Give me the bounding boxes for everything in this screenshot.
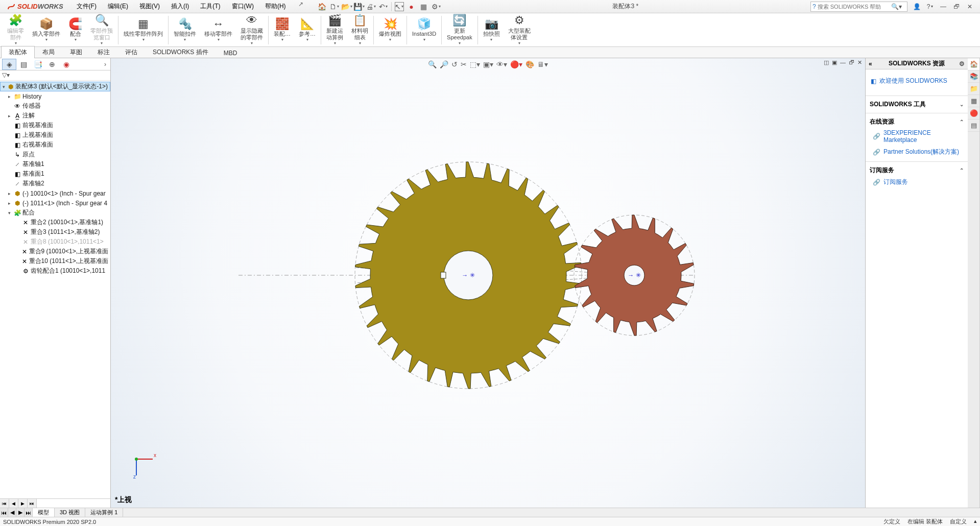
- ribbon-btn[interactable]: 🧊Instant3D▾: [408, 14, 440, 46]
- display-style-icon[interactable]: ▣▾: [483, 60, 493, 68]
- view-palette-tab-icon[interactable]: ▦: [968, 95, 979, 107]
- ribbon-btn[interactable]: 📦插入零部件▾: [28, 14, 64, 46]
- ribbon-btn[interactable]: ▦线性零部件阵列▾: [119, 14, 167, 46]
- model-tab[interactable]: 3D 视图: [55, 508, 85, 517]
- tree-node[interactable]: ◧右视基准面: [0, 140, 110, 150]
- menu-edit[interactable]: 编辑(E): [105, 1, 131, 12]
- new-icon[interactable]: 🗋: [330, 2, 339, 11]
- tab-nav-last-icon[interactable]: ⏭: [25, 508, 33, 517]
- graphics-viewport[interactable]: 🔍 🔎 ↺ ✂ ⬚▾ ▣▾ 👁▾ 🔴▾ 🎨 🖥▾ ◫ ▣ — 🗗 ✕: [111, 58, 865, 508]
- section-view-icon[interactable]: ✂: [461, 60, 467, 68]
- appearances-tab-icon[interactable]: 🔴: [968, 107, 979, 119]
- tree-node[interactable]: ✕重合2 (10010<1>,基准轴1): [0, 218, 110, 227]
- tree-node[interactable]: ▸⬢(-) 1011<1> (Inch - Spur gear 4: [0, 198, 110, 208]
- close-icon[interactable]: ✕: [966, 3, 974, 11]
- menu-insert[interactable]: 插入(I): [168, 1, 192, 12]
- tree-node[interactable]: ◧前视基准面: [0, 121, 110, 130]
- tree-node[interactable]: ▾🧩配合: [0, 208, 110, 218]
- tree-node[interactable]: ◧基准面1: [0, 169, 110, 179]
- help-icon[interactable]: ?: [926, 3, 934, 11]
- menu-tools[interactable]: 工具(T): [197, 1, 223, 12]
- ribbon-btn[interactable]: 🎬新建运动算例▾: [322, 14, 347, 46]
- menu-help[interactable]: 帮助(H): [262, 1, 289, 12]
- tree-root[interactable]: ▾⬢ 装配体3 (默认<默认_显示状态-1>): [0, 82, 110, 91]
- menu-pin-icon[interactable]: ↗: [294, 1, 307, 12]
- tree-nav-first-icon[interactable]: ⏮: [0, 499, 9, 508]
- ribbon-btn[interactable]: 🔩智能扣件▾: [170, 14, 200, 46]
- tree-expand-icon[interactable]: ›: [102, 61, 108, 68]
- render-icon[interactable]: 🖥▾: [537, 60, 548, 68]
- ribbon-btn[interactable]: 🧱装配…▾: [270, 14, 295, 46]
- open-icon[interactable]: 📂: [342, 2, 351, 11]
- rebuild-icon[interactable]: ●: [407, 2, 416, 11]
- scene-icon[interactable]: 🎨: [525, 60, 534, 68]
- tree-node[interactable]: ✕重合10 (1011<1>,上视基准面: [0, 256, 110, 266]
- tree-node[interactable]: ◧上视基准面: [0, 130, 110, 140]
- tree-node[interactable]: ⟋基准轴2: [0, 179, 110, 188]
- ribbon-btn[interactable]: 👁显示隐藏的零部件▾: [236, 14, 267, 46]
- tree-node[interactable]: ✕重合8 (10010<1>,1011<1>: [0, 237, 110, 247]
- minimize-icon[interactable]: —: [939, 3, 947, 11]
- restore-icon[interactable]: 🗗: [952, 3, 961, 11]
- tree-node[interactable]: ⚙齿轮配合1 (10010<1>,1011: [0, 266, 110, 276]
- settings-gear-icon[interactable]: ⚙: [432, 2, 441, 11]
- custom-props-tab-icon[interactable]: ▤: [968, 119, 979, 132]
- tab-nav-prev-icon[interactable]: ◀: [8, 508, 16, 517]
- file-explorer-tab-icon[interactable]: 📁: [968, 83, 979, 95]
- appearance-icon[interactable]: 🔴▾: [510, 60, 522, 68]
- tab-nav-first-icon[interactable]: ⏮: [0, 508, 8, 517]
- vp-min-icon[interactable]: —: [840, 59, 846, 66]
- ribbon-btn[interactable]: 🔄更新Speedpak▾: [443, 14, 476, 46]
- ribbon-btn[interactable]: ⚙大型装配体设置▾: [504, 14, 535, 46]
- cmd-tab[interactable]: 装配体: [1, 46, 35, 58]
- cmd-tab[interactable]: 草图: [62, 46, 90, 58]
- cmd-tab[interactable]: MBD: [216, 47, 245, 58]
- task-group-title[interactable]: 在线资源⌃: [870, 116, 964, 127]
- config-tab-icon[interactable]: 📑: [31, 59, 45, 70]
- vp-win1-icon[interactable]: ◫: [824, 59, 829, 66]
- model-tab[interactable]: 运动算例 1: [85, 508, 123, 517]
- task-group-item[interactable]: 🔗Partner Solutions(解决方案): [870, 146, 964, 158]
- ribbon-btn[interactable]: 📋材料明细表▾: [347, 14, 372, 46]
- vp-win2-icon[interactable]: ▣: [832, 59, 837, 66]
- property-tab-icon[interactable]: ▤: [16, 59, 31, 70]
- feature-tree-tab-icon[interactable]: ◈: [2, 59, 16, 70]
- tree-nav-prev-icon[interactable]: ◀: [9, 499, 18, 508]
- tab-nav-next-icon[interactable]: ▶: [16, 508, 25, 517]
- resources-tab-icon[interactable]: 🏠: [968, 58, 979, 70]
- tree-node[interactable]: ▸⬢(-) 10010<1> (Inch - Spur gear: [0, 188, 110, 198]
- tree-node[interactable]: ⟋基准轴1: [0, 159, 110, 169]
- search-icon[interactable]: 🔍▾: [889, 3, 904, 10]
- vp-close-icon[interactable]: ✕: [857, 59, 862, 66]
- tree-node[interactable]: ▸📁History: [0, 91, 110, 101]
- prev-view-icon[interactable]: ↺: [451, 60, 458, 68]
- menu-file[interactable]: 文件(F): [74, 1, 100, 12]
- task-group-item[interactable]: 🔗订阅服务: [870, 176, 964, 188]
- ribbon-btn[interactable]: 📐参考…▾: [295, 14, 320, 46]
- tree-nav-last-icon[interactable]: ⏭: [28, 499, 37, 508]
- ribbon-btn[interactable]: ↔移动零部件▾: [200, 14, 236, 46]
- print-icon[interactable]: 🖨: [367, 2, 376, 11]
- cmd-tab[interactable]: SOLIDWORKS 插件: [145, 46, 216, 58]
- tree-node[interactable]: ▸A̲注解: [0, 111, 110, 121]
- status-custom[interactable]: 自定义: [950, 518, 967, 525]
- menu-view[interactable]: 视图(V): [136, 1, 163, 12]
- model-tab[interactable]: 模型: [33, 508, 55, 517]
- tree-node[interactable]: 👁传感器: [0, 101, 110, 111]
- dim-tab-icon[interactable]: ⊕: [45, 59, 59, 70]
- zoom-area-icon[interactable]: 🔎: [440, 60, 448, 68]
- cmd-tab[interactable]: 标注: [90, 46, 117, 58]
- cmd-tab[interactable]: 布局: [35, 46, 62, 58]
- help-search-box[interactable]: ? 🔍▾: [810, 2, 907, 12]
- home-icon[interactable]: 🏠: [318, 2, 327, 11]
- tree-nav-next-icon[interactable]: ▶: [18, 499, 28, 508]
- ribbon-btn[interactable]: 🧲配合▾: [64, 14, 86, 46]
- tree-filter[interactable]: ▽▾: [0, 70, 110, 81]
- hide-show-icon[interactable]: 👁▾: [496, 60, 507, 68]
- design-lib-tab-icon[interactable]: 📚: [968, 70, 979, 83]
- vp-max-icon[interactable]: 🗗: [849, 59, 854, 66]
- ribbon-btn[interactable]: 💥爆炸视图▾: [375, 14, 405, 46]
- tree-node[interactable]: ✕重合9 (10010<1>,上视基准面: [0, 247, 110, 256]
- task-group-title[interactable]: SOLIDWORKS 工具⌄: [870, 99, 964, 110]
- task-group-title[interactable]: 订阅服务⌃: [870, 165, 964, 176]
